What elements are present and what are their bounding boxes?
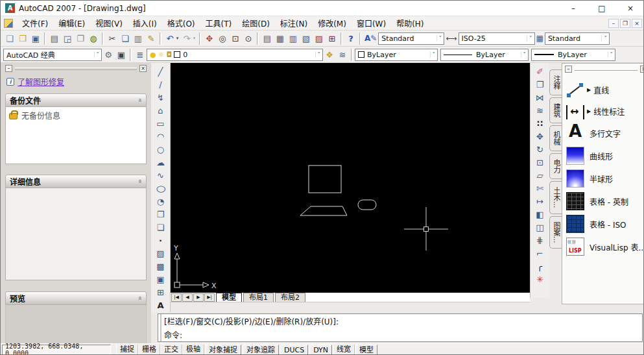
- make-object-layer-current-icon[interactable]: ❖: [323, 49, 336, 61]
- collapse-chevron-icon[interactable]: »: [136, 98, 144, 103]
- arc-icon[interactable]: ◠: [154, 130, 168, 143]
- palette-item[interactable]: ▶ 线性标注: [566, 103, 644, 119]
- layer-properties-icon[interactable]: ≣: [134, 49, 147, 61]
- combo-arrow-icon[interactable]: ˅: [608, 51, 615, 58]
- panel-close-button[interactable]: ×: [139, 65, 147, 72]
- zoom-realtime-icon[interactable]: ◎: [216, 32, 229, 45]
- palette-item[interactable]: 多行文字: [566, 124, 644, 142]
- hatch-icon[interactable]: ▨: [154, 247, 168, 260]
- ellipse-icon[interactable]: ○: [151, 182, 171, 195]
- copy-icon[interactable]: ❏: [119, 32, 132, 45]
- stretch-icon[interactable]: ▱: [533, 169, 547, 182]
- markup-manager-icon[interactable]: ▨: [313, 32, 326, 45]
- backup-section-header[interactable]: 备份文件 »: [5, 93, 147, 107]
- table-style-icon[interactable]: ▦: [536, 34, 543, 43]
- menu-item[interactable]: 窗口(W): [352, 18, 391, 30]
- combo-arrow-icon[interactable]: ˅: [430, 51, 438, 58]
- menu-item[interactable]: 工具(T): [200, 18, 237, 30]
- ortho-button[interactable]: 正交: [160, 345, 182, 355]
- help-icon[interactable]: ?: [344, 32, 357, 45]
- toolbar-icon[interactable]: [257, 32, 259, 45]
- palette-item[interactable]: 表格 - 英制: [566, 192, 644, 210]
- menu-item[interactable]: 修改(M): [313, 18, 352, 30]
- chamfer-icon[interactable]: ⌐: [533, 247, 547, 260]
- gradient-icon[interactable]: ▩: [154, 260, 168, 273]
- combo-arrow-icon[interactable]: ˅: [527, 35, 534, 42]
- polar-button[interactable]: 极轴: [182, 345, 204, 355]
- insert-block-icon[interactable]: ❐: [154, 208, 168, 221]
- copy-object-icon[interactable]: ❐: [533, 78, 547, 91]
- palette-item[interactable]: ▶ 直线: [566, 80, 644, 99]
- combo-arrow-icon[interactable]: ˅: [521, 51, 529, 58]
- redo-dropdown-icon[interactable]: ▾: [191, 32, 197, 45]
- construction-line-icon[interactable]: ∕: [154, 78, 168, 91]
- revision-cloud-icon[interactable]: ☁: [154, 156, 168, 169]
- details-section-header[interactable]: 详细信息 »: [5, 175, 147, 188]
- pan-realtime-icon[interactable]: ✥: [203, 32, 216, 45]
- first-tab-button[interactable]: |◀: [171, 293, 182, 302]
- osnap-button[interactable]: 对象捕捉: [205, 345, 241, 355]
- polygon-icon[interactable]: ⌂: [154, 104, 168, 117]
- recovery-help-link[interactable]: 了解图形修复: [18, 76, 64, 87]
- plot-icon[interactable]: ▤: [48, 32, 61, 45]
- undo-dropdown-icon[interactable]: ▾: [174, 32, 180, 45]
- line-icon[interactable]: ╱: [154, 65, 168, 78]
- linetype-combo[interactable]: ByLayer ˅: [440, 49, 529, 61]
- collapse-chevron-icon[interactable]: »: [136, 296, 144, 300]
- menu-item[interactable]: 插入(I): [128, 18, 162, 30]
- new-icon[interactable]: ❑: [3, 32, 16, 45]
- workspace-settings-icon[interactable]: ⚙: [102, 49, 115, 61]
- save-workspace-icon[interactable]: ▣: [115, 49, 128, 61]
- extend-icon[interactable]: ↦: [533, 195, 547, 208]
- mirror-icon[interactable]: ⋈: [533, 91, 547, 104]
- ducs-button[interactable]: DUCS: [280, 345, 308, 355]
- toolbar-icon[interactable]: [102, 32, 104, 45]
- save-icon[interactable]: ▣: [29, 32, 42, 45]
- palette-minimize-button[interactable]: –: [565, 66, 572, 73]
- zoom-previous-icon[interactable]: ⊙: [242, 32, 255, 45]
- table-style-combo[interactable]: Standard ˅: [545, 32, 610, 45]
- text-style-icon[interactable]: A✎: [364, 34, 377, 43]
- coordinate-readout[interactable]: 1203.3982, 668.0348, 0.0000: [2, 345, 111, 355]
- match-properties-icon[interactable]: ✎: [145, 32, 158, 45]
- publish-web-icon[interactable]: ◍: [87, 32, 100, 45]
- palette-item[interactable]: 表格 - ISO: [566, 215, 644, 233]
- rectangle-icon[interactable]: ▭: [154, 117, 168, 130]
- lineweight-combo[interactable]: ByLayer ˅: [531, 49, 615, 61]
- toolbar-icon[interactable]: [160, 32, 161, 45]
- point-icon[interactable]: ·: [154, 234, 168, 247]
- move-icon[interactable]: ✥: [533, 130, 547, 143]
- palette-item[interactable]: 半球形: [566, 169, 644, 188]
- table-icon[interactable]: ⊞: [154, 286, 168, 299]
- dim-style-combo[interactable]: ISO-25 ˅: [459, 32, 535, 45]
- layer-freeze-icon[interactable]: ☼: [158, 51, 165, 59]
- doc-restore-button[interactable]: ❐: [620, 19, 630, 28]
- layout-tab[interactable]: 模型: [216, 293, 242, 302]
- palette-item[interactable]: VisualLisp 表...: [566, 238, 644, 256]
- collapse-chevron-icon[interactable]: »: [136, 179, 144, 184]
- zoom-window-icon[interactable]: ⊡: [229, 32, 242, 45]
- polyline-icon[interactable]: ↯: [154, 91, 168, 104]
- toolbar-icon[interactable]: [44, 32, 46, 45]
- menu-item[interactable]: 帮助(H): [391, 18, 429, 30]
- publish-icon[interactable]: ❐: [74, 32, 87, 45]
- palette-grab-bar[interactable]: – ×: [565, 65, 644, 73]
- palette-tab[interactable]: 机械: [549, 125, 562, 151]
- break-at-point-icon[interactable]: ◧: [533, 208, 547, 221]
- drawing-canvas[interactable]: Y X: [171, 63, 530, 293]
- rotate-icon[interactable]: ↻: [533, 143, 547, 156]
- offset-icon[interactable]: ≋: [533, 104, 547, 117]
- palette-close-button[interactable]: ×: [640, 66, 644, 73]
- command-prompt-line[interactable]: 命令:: [164, 329, 639, 340]
- multiline-text-icon[interactable]: A: [154, 299, 168, 312]
- erase-icon[interactable]: ✐: [533, 65, 547, 78]
- close-button[interactable]: ×: [616, 1, 644, 16]
- plot-preview-icon[interactable]: ◲: [61, 32, 74, 45]
- paste-icon[interactable]: ▥: [132, 32, 145, 45]
- menu-item[interactable]: 文件(F): [17, 18, 53, 30]
- workspace-combo[interactable]: AutoCAD 经典 ˅: [3, 49, 102, 61]
- layer-on-icon[interactable]: ●: [150, 51, 156, 59]
- trim-icon[interactable]: ✄: [533, 182, 547, 195]
- maximize-button[interactable]: □: [588, 1, 616, 16]
- combo-arrow-icon[interactable]: ˅: [315, 51, 323, 58]
